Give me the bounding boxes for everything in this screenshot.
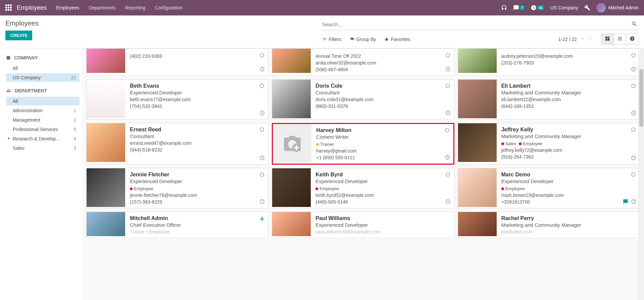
employee-phone: (538)-497-4804 — [315, 67, 449, 72]
messages-icon[interactable]: 7 — [513, 5, 525, 11]
sidebar: COMPANY AllUS Company21 DEPARTMENT AllAd… — [0, 48, 82, 300]
presence-indicator[interactable] — [446, 53, 450, 57]
employee-email: audrey.peterson23@example.com — [501, 53, 635, 59]
employee-card[interactable]: Mitchell AdminChief Executive OfficerTra… — [86, 212, 268, 238]
activity-icon[interactable] — [259, 67, 265, 73]
kanban-view[interactable]: (402) 233-9393Annual Time Off 2022anita.… — [82, 48, 644, 300]
employee-tag: Employee — [315, 186, 339, 191]
sidebar-department-item[interactable]: Management2 — [6, 116, 80, 124]
employee-job: Consultant — [315, 90, 449, 95]
employee-email: harvey@gmail.com — [316, 148, 448, 154]
employee-card[interactable]: Ernest ReedConsultanternest.reed47@examp… — [86, 123, 268, 165]
employee-name: Jennie Fletcher — [130, 172, 263, 178]
employee-card[interactable]: Jennie FletcherExperienced DeveloperEmpl… — [86, 168, 268, 208]
nav-reporting[interactable]: Reporting — [125, 5, 145, 10]
debug-icon[interactable] — [584, 5, 590, 11]
presence-indicator[interactable] — [631, 127, 636, 132]
scrollbar-thumb[interactable] — [639, 69, 643, 126]
sidebar-department-item[interactable]: Administration1 — [6, 106, 80, 115]
search-input[interactable] — [322, 20, 630, 29]
user-menu[interactable]: Mitchell Admin — [596, 3, 639, 12]
employee-email: jod@odoo.com — [501, 229, 635, 234]
activity-icon[interactable] — [631, 199, 636, 205]
activity-icon[interactable] — [445, 199, 451, 205]
employee-tag: Employee — [501, 186, 525, 191]
sidebar-department-heading: DEPARTMENT — [6, 88, 80, 93]
employee-tag: Employee — [519, 141, 542, 146]
pager: 1-22 / 22 — [558, 36, 593, 42]
activity-icon[interactable] — [445, 67, 451, 73]
activity-icon[interactable] — [259, 110, 265, 117]
sidebar-department-item[interactable]: Research & Develop...9 — [6, 134, 80, 143]
employee-email: mark.brown23@example.com — [501, 192, 635, 198]
employee-phone: (157)-363-8229 — [130, 199, 263, 205]
employee-card[interactable]: Doris ColeConsultantdoris.cole31@example… — [272, 79, 454, 120]
employee-card[interactable]: Rachel PerryMarketing and Community Mana… — [458, 212, 640, 238]
activity-icon[interactable] — [445, 110, 451, 117]
sidebar-company-item[interactable]: All — [6, 64, 80, 73]
groupby-button[interactable]: Group By — [350, 37, 376, 42]
presence-indicator[interactable] — [446, 84, 450, 88]
activity-icon[interactable] — [259, 199, 265, 205]
activities-badge: 41 — [537, 5, 544, 10]
sidebar-department-item[interactable]: Professional Services5 — [6, 125, 80, 134]
presence-indicator[interactable] — [260, 53, 264, 57]
presence-indicator[interactable] — [631, 84, 636, 88]
activity-icon[interactable] — [445, 155, 450, 161]
favorites-button[interactable]: Favorites — [384, 37, 410, 42]
employee-card[interactable]: (402) 233-9393 — [86, 48, 268, 76]
nav-employees[interactable]: Employees — [56, 5, 79, 10]
employee-name: Rachel Perry — [501, 215, 635, 221]
leave-icon — [259, 216, 265, 222]
presence-indicator[interactable] — [631, 172, 636, 177]
employee-card[interactable]: Paul WilliamsExperienced Developerpaul.w… — [272, 212, 454, 238]
activity-icon[interactable] — [631, 110, 636, 117]
employee-name: Doris Cole — [315, 83, 449, 89]
presence-indicator[interactable] — [446, 172, 450, 177]
nav-configuration[interactable]: Configuration — [155, 5, 183, 10]
employee-card[interactable]: audrey.peterson23@example.com(203)-276-7… — [458, 48, 640, 76]
employee-card[interactable]: Harvey MiltonContent WriterTrainerharvey… — [272, 123, 454, 165]
presence-indicator[interactable] — [260, 127, 264, 132]
employee-email: jennie.fletcher76@example.com — [130, 192, 263, 198]
employee-card[interactable]: Beth EvansExperienced Developerbeth.evan… — [86, 79, 268, 120]
employee-email: jeffrey.kelly72@example.com — [501, 147, 635, 153]
employee-card[interactable]: Marc DemoExperienced DeveloperEmployeema… — [458, 168, 640, 208]
company-selector[interactable]: US Company — [550, 5, 578, 10]
sidebar-department-item[interactable]: Sales3 — [6, 144, 80, 153]
activity-icon[interactable] — [631, 67, 636, 73]
presence-indicator[interactable] — [260, 84, 264, 88]
employee-card[interactable]: Jeffrey KellyMarketing and Community Man… — [458, 123, 640, 165]
view-kanban[interactable] — [601, 34, 614, 44]
pager-next[interactable] — [588, 36, 593, 42]
employee-phone: (944)-518-8232 — [130, 147, 263, 153]
main-content: COMPANY AllUS Company21 DEPARTMENT AllAd… — [0, 48, 644, 300]
apps-menu-icon[interactable] — [5, 4, 12, 11]
view-activity[interactable] — [626, 34, 638, 44]
activity-icon[interactable] — [259, 155, 265, 162]
employee-job: Marketing and Community Manager — [501, 222, 635, 228]
pager-prev[interactable] — [580, 36, 585, 42]
activities-icon[interactable]: 41 — [531, 5, 544, 11]
chat-icon[interactable] — [623, 199, 628, 205]
scrollbar[interactable] — [638, 48, 644, 300]
employee-card[interactable]: Keith ByrdExperienced DeveloperEmployeek… — [272, 168, 454, 208]
search-icon[interactable] — [630, 19, 639, 29]
employee-card[interactable]: Annual Time Off 2022anita.oliver32@examp… — [272, 48, 454, 76]
sidebar-department-item[interactable]: All — [6, 97, 80, 105]
create-button[interactable]: CREATE — [5, 31, 32, 40]
presence-indicator[interactable] — [445, 128, 449, 132]
employee-photo — [272, 49, 311, 73]
support-icon[interactable] — [501, 5, 507, 11]
sidebar-company-item[interactable]: US Company21 — [6, 73, 80, 82]
employee-job: Consultant — [130, 133, 263, 139]
employee-photo — [87, 80, 125, 118]
nav-departments[interactable]: Departments — [89, 5, 115, 10]
presence-indicator[interactable] — [260, 172, 264, 177]
filters-button[interactable]: Filters — [322, 37, 342, 42]
employee-name: Ernest Reed — [130, 127, 263, 133]
activity-icon[interactable] — [631, 155, 636, 162]
view-list[interactable] — [614, 34, 626, 44]
presence-indicator[interactable] — [631, 53, 636, 57]
employee-card[interactable]: Eli LambertMarketing and Community Manag… — [458, 79, 640, 120]
